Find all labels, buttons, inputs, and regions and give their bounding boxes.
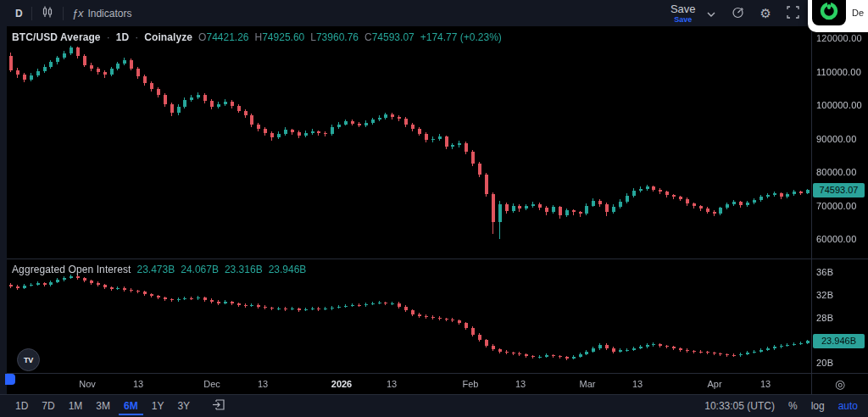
- price-axis-separator: [811, 26, 812, 394]
- oi-low: 23.316B: [225, 264, 263, 275]
- candlestick-icon: [41, 5, 54, 21]
- ohlc-high: H74925.60: [255, 31, 305, 43]
- goto-date-button[interactable]: [207, 398, 231, 414]
- coinalyze-chart-app: 120000.00110000.00100000.0090000.0080000…: [0, 0, 868, 417]
- candlestick-canvas[interactable]: [0, 0, 868, 417]
- pane-divider[interactable]: [7, 259, 868, 259]
- oi-open: 23.473B: [137, 264, 175, 275]
- fx-icon: ƒx: [72, 7, 84, 19]
- ohlc-low: L73960.76: [310, 31, 359, 43]
- fullscreen-icon: [787, 6, 799, 21]
- indicators-label: Indicators: [87, 8, 131, 19]
- range-3y[interactable]: 3Y: [172, 398, 195, 415]
- toolbar-left-group: D ƒx Indicators: [7, 0, 140, 26]
- settings-button[interactable]: ⚙: [753, 0, 779, 26]
- range-7d[interactable]: 7D: [36, 398, 59, 415]
- range-6m[interactable]: 6M: [119, 398, 143, 415]
- drawing-toolbar-handle[interactable]: [5, 374, 15, 385]
- extension-logo-icon: [819, 1, 839, 25]
- alarm-clock-icon: [731, 5, 745, 22]
- browser-extension-popup[interactable]: De: [808, 0, 868, 32]
- range-1y[interactable]: 1Y: [147, 398, 170, 415]
- last-price-badge: 74593.07: [813, 183, 865, 197]
- open-interest-badge: 23.946B: [813, 334, 865, 348]
- open-interest-legend: Aggregated Open Interest 23.473B 24.067B…: [12, 264, 306, 275]
- clock-utc-label[interactable]: 10:33:05 (UTC): [704, 400, 775, 412]
- save-shortcut-hint: Save: [674, 15, 692, 25]
- ohlc-open: O74421.26: [198, 31, 248, 43]
- extension-logo-tile: [812, 0, 846, 25]
- extension-popup-text: De: [852, 8, 864, 18]
- log-scale-button[interactable]: log: [811, 400, 825, 412]
- oi-high: 24.067B: [181, 264, 219, 275]
- chart-type-button[interactable]: [32, 0, 63, 26]
- change-label: +174.77 (+0.23%): [420, 31, 502, 43]
- interval-button[interactable]: D: [7, 0, 31, 26]
- left-toolbar-strip: [0, 26, 7, 394]
- toolbar-right-group: Save Save ⚙: [667, 0, 807, 26]
- ohlc-close: C74593.07: [364, 31, 415, 43]
- calendar-goto-icon: [212, 398, 226, 414]
- chevron-down-icon: [707, 7, 715, 19]
- auto-scale-button[interactable]: auto: [838, 400, 858, 412]
- source-label: Coinalyze: [144, 31, 192, 43]
- percent-scale-button[interactable]: %: [788, 400, 798, 412]
- interval-label: 1D: [116, 31, 130, 43]
- save-button[interactable]: Save: [670, 3, 696, 15]
- time-axis-border: [7, 373, 868, 374]
- save-wrap: Save Save: [667, 3, 699, 25]
- indicators-button[interactable]: ƒx Indicators: [64, 0, 141, 26]
- oi-close: 23.946B: [269, 264, 307, 275]
- bullseye-icon: ◎: [835, 378, 845, 390]
- range-1m[interactable]: 1M: [64, 398, 88, 415]
- price-pane-legend: BTC/USD Average · 1D · Coinalyze O74421.…: [12, 31, 502, 43]
- range-selector: 1D 7D 1M 3M 6M 1Y 3Y: [10, 398, 231, 415]
- indicator-title: Aggregated Open Interest: [12, 264, 131, 275]
- save-menu-chevron[interactable]: [699, 0, 723, 26]
- tradingview-logo[interactable]: TV: [17, 348, 40, 371]
- top-toolbar: D ƒx Indicators Save Save: [0, 0, 868, 26]
- axis-settings-corner[interactable]: ◎: [812, 374, 868, 394]
- fullscreen-button[interactable]: [779, 0, 807, 26]
- range-3m[interactable]: 3M: [91, 398, 115, 415]
- symbol-title: BTC/USD Average: [12, 31, 101, 43]
- footer-right-group: 10:33:05 (UTC) % log auto: [704, 400, 858, 412]
- range-1d[interactable]: 1D: [10, 398, 33, 415]
- alert-button[interactable]: [723, 0, 753, 26]
- bottom-toolbar: 1D 7D 1M 3M 6M 1Y 3Y 10:33:05 (UTC) % lo…: [0, 394, 868, 417]
- gear-icon: ⚙: [760, 7, 771, 19]
